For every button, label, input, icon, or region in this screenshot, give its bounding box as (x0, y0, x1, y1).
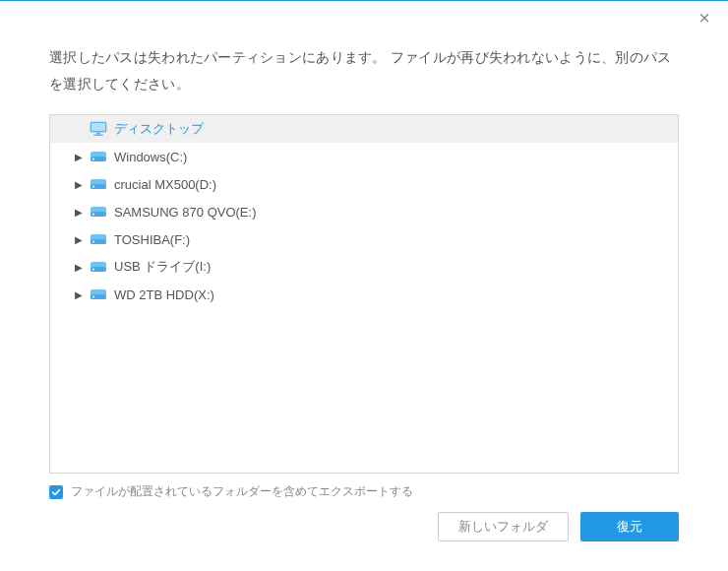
expand-arrow-icon[interactable]: ▶ (72, 232, 86, 246)
checkbox-row: ファイルが配置されているフォルダーを含めてエクスポートする (49, 483, 679, 500)
expand-arrow-icon[interactable]: ▶ (72, 205, 86, 219)
tree-item-label: WD 2TB HDD(X:) (114, 287, 214, 302)
hdd-icon (90, 231, 107, 247)
hdd-icon (90, 204, 107, 220)
monitor-icon (90, 121, 107, 137)
dialog-window: × 選択したパスは失われたパーティションにあります。 ファイルが再び失われないよ… (0, 0, 728, 571)
expand-arrow-icon[interactable]: ▶ (72, 287, 86, 301)
svg-rect-3 (93, 135, 103, 137)
svg-rect-2 (96, 133, 100, 135)
include-folder-checkbox[interactable] (49, 485, 63, 499)
tree-item-drive-c[interactable]: ▶ Windows(C:) (50, 143, 678, 170)
close-icon[interactable]: × (698, 8, 710, 28)
expand-arrow-icon[interactable]: ▶ (72, 150, 86, 163)
warning-message: 選択したパスは失われたパーティションにあります。 ファイルが再び失われないように… (49, 44, 679, 96)
hdd-icon (90, 286, 107, 302)
restore-button[interactable]: 復元 (580, 512, 679, 541)
tree-item-drive-d[interactable]: ▶ crucial MX500(D:) (50, 170, 678, 198)
titlebar: × (0, 1, 728, 34)
svg-point-21 (92, 296, 94, 298)
checkbox-label: ファイルが配置されているフォルダーを含めてエクスポートする (71, 483, 413, 500)
dialog-content: 選択したパスは失われたパーティションにあります。 ファイルが再び失われないように… (0, 34, 728, 571)
svg-point-15 (92, 241, 94, 243)
tree-item-drive-x[interactable]: ▶ WD 2TB HDD(X:) (50, 281, 678, 308)
button-row: 新しいフォルダ 復元 (49, 512, 679, 561)
tree-item-label: TOSHIBA(F:) (114, 232, 190, 247)
tree-item-drive-i[interactable]: ▶ USB ドライブ(I:) (50, 253, 678, 281)
svg-point-18 (92, 269, 94, 271)
folder-tree[interactable]: ▶ ディスクトップ ▶ Windows(C:) ▶ crucial MX500(… (49, 114, 679, 474)
tree-item-label: SAMSUNG 870 QVO(E:) (114, 205, 256, 220)
svg-point-9 (92, 186, 94, 188)
tree-item-drive-f[interactable]: ▶ TOSHIBA(F:) (50, 225, 678, 253)
svg-rect-1 (91, 123, 105, 131)
hdd-icon (90, 149, 107, 164)
tree-item-desktop[interactable]: ▶ ディスクトップ (50, 115, 678, 143)
tree-item-label: crucial MX500(D:) (114, 177, 216, 192)
expand-arrow-icon[interactable]: ▶ (72, 177, 86, 191)
new-folder-button[interactable]: 新しいフォルダ (438, 512, 569, 541)
tree-item-label: USB ドライブ(I:) (114, 258, 211, 276)
tree-item-label: ディスクトップ (114, 120, 204, 138)
svg-point-12 (92, 214, 94, 216)
tree-item-label: Windows(C:) (114, 150, 187, 164)
hdd-icon (90, 259, 107, 275)
expand-arrow-icon[interactable]: ▶ (72, 260, 86, 274)
hdd-icon (90, 176, 107, 192)
tree-item-drive-e[interactable]: ▶ SAMSUNG 870 QVO(E:) (50, 198, 678, 225)
svg-point-6 (92, 159, 94, 160)
